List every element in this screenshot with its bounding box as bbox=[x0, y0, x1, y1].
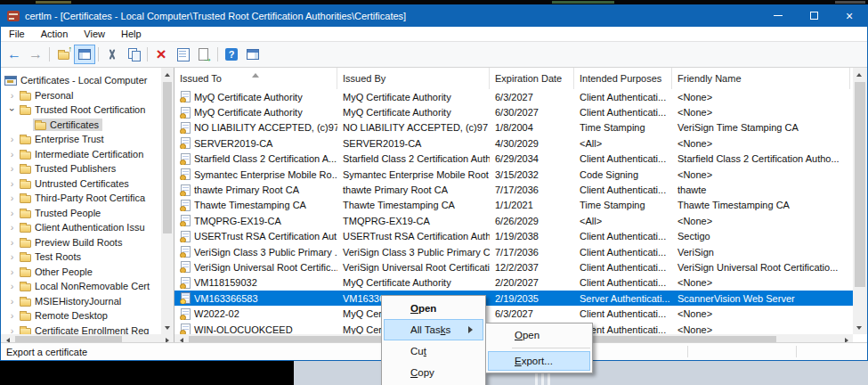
forward-icon bbox=[28, 47, 44, 61]
tree-item-personal[interactable]: ›Personal bbox=[1, 88, 161, 103]
chevron-collapsed-icon[interactable]: › bbox=[6, 267, 18, 276]
tree-item-certificate-enrollment-req[interactable]: ›Certificate Enrollment Req bbox=[1, 324, 161, 335]
table-row[interactable]: MyQ Certificate AuthorityMyQ Certificate… bbox=[174, 89, 853, 104]
export-list-button[interactable] bbox=[193, 45, 215, 64]
delete-button[interactable] bbox=[150, 45, 172, 64]
column-header-friendly-name[interactable]: Friendly Name bbox=[672, 68, 850, 89]
menubar-item-file[interactable]: File bbox=[1, 27, 33, 41]
tree-item-trusted-publishers[interactable]: ›Trusted Publishers bbox=[1, 161, 161, 176]
table-row[interactable]: MyQ Certificate AuthorityMyQ Certificate… bbox=[174, 104, 853, 119]
forward-button[interactable] bbox=[25, 45, 46, 64]
cell-text: 3/15/2032 bbox=[495, 169, 539, 180]
column-header-issued-to[interactable]: Issued To bbox=[174, 68, 337, 89]
tree-item-client-authentication-issu[interactable]: ›Client Authentication Issu bbox=[1, 220, 161, 235]
chevron-collapsed-icon[interactable]: › bbox=[6, 282, 18, 291]
certificate-icon bbox=[181, 292, 191, 304]
chevron-collapsed-icon[interactable]: › bbox=[6, 135, 18, 143]
tree-vertical-scrollbar[interactable] bbox=[161, 68, 174, 334]
chevron-expanded-icon[interactable]: › bbox=[8, 104, 17, 116]
certlm-app-icon bbox=[7, 11, 20, 21]
chevron-collapsed-icon[interactable]: › bbox=[6, 91, 18, 100]
chevron-collapsed-icon[interactable]: › bbox=[6, 179, 18, 188]
table-row[interactable]: USERTrust RSA Certification Aut...USERTr… bbox=[174, 229, 853, 244]
tree-item-third-party-root-certifica[interactable]: ›Third-Party Root Certifica bbox=[1, 191, 161, 206]
chevron-collapsed-icon[interactable]: › bbox=[6, 223, 18, 232]
tree-item-test-roots[interactable]: ›Test Roots bbox=[1, 250, 161, 265]
table-row[interactable]: SERVER2019-CASERVER2019-CA4/30/2029<All>… bbox=[174, 135, 853, 151]
maximize-button[interactable] bbox=[796, 4, 831, 27]
tree-item-certificates[interactable]: Certificates bbox=[1, 118, 161, 133]
scrollbar-thumb[interactable] bbox=[163, 82, 172, 233]
table-row[interactable]: NO LIABILITY ACCEPTED, (c)97 ...NO LIABI… bbox=[174, 120, 853, 135]
close-button[interactable]: × bbox=[831, 4, 867, 27]
minimize-button[interactable] bbox=[760, 4, 796, 27]
table-row[interactable]: Starfield Class 2 Certification A...Star… bbox=[174, 152, 853, 167]
table-row[interactable]: thawte Primary Root CAthawte Primary Roo… bbox=[174, 182, 853, 197]
scroll-up-arrow[interactable] bbox=[161, 68, 174, 80]
tree-item-label: Third-Party Root Certifica bbox=[35, 192, 145, 203]
chevron-collapsed-icon[interactable]: › bbox=[6, 150, 18, 159]
properties-button[interactable] bbox=[172, 45, 193, 64]
chevron-collapsed-icon[interactable]: › bbox=[6, 238, 18, 247]
chevron-collapsed-icon[interactable]: › bbox=[6, 193, 18, 202]
folder-icon bbox=[20, 283, 31, 291]
tree-item-preview-build-roots[interactable]: ›Preview Build Roots bbox=[1, 235, 161, 250]
menubar-item-view[interactable]: View bbox=[76, 27, 113, 41]
cell-text: Time Stamping bbox=[580, 200, 645, 210]
column-header-expiration-date[interactable]: Expiration Date bbox=[490, 68, 574, 89]
column-header-intended-purposes[interactable]: Intended Purposes bbox=[574, 68, 672, 89]
tree-item-msiehistoryjournal[interactable]: ›MSIEHistoryJournal bbox=[1, 294, 161, 309]
tree-item-enterprise-trust[interactable]: ›Enterprise Trust bbox=[1, 132, 161, 147]
table-row[interactable]: VeriSign Universal Root Certific...VeriS… bbox=[174, 259, 853, 274]
cut-button[interactable] bbox=[101, 45, 123, 64]
show-action-pane-button[interactable] bbox=[242, 45, 264, 64]
submenu-item-open[interactable]: Open bbox=[488, 325, 590, 345]
tree-item-other-people[interactable]: ›Other People bbox=[1, 265, 161, 280]
toolbar-separator bbox=[147, 47, 148, 61]
column-header-issued-by[interactable]: Issued By bbox=[337, 68, 490, 89]
titlebar[interactable]: certlm - [Certificates - Local Computer\… bbox=[1, 4, 867, 27]
tree-item-certificates-local-computer[interactable]: Certificates - Local Computer bbox=[1, 73, 161, 88]
tree-item-remote-desktop[interactable]: ›Remote Desktop bbox=[1, 308, 161, 324]
chevron-collapsed-icon[interactable]: › bbox=[6, 164, 18, 173]
scroll-down-arrow[interactable] bbox=[161, 322, 174, 334]
cell-expiration: 7/17/2036 bbox=[490, 184, 574, 195]
submenu-item-export[interactable]: Export... bbox=[488, 351, 590, 371]
context-menu-item-all-tasks[interactable]: All Tasks bbox=[384, 319, 483, 340]
back-button[interactable] bbox=[4, 45, 25, 64]
tree-item-trusted-people[interactable]: ›Trusted People bbox=[1, 206, 161, 221]
context-menu-item-copy[interactable]: Copy bbox=[384, 362, 483, 383]
tree-item-intermediate-certification[interactable]: ›Intermediate Certification bbox=[1, 147, 161, 162]
cell-issued_by: VeriSign Universal Root Certificati... bbox=[337, 262, 490, 273]
cell-text: 4/30/2029 bbox=[495, 138, 539, 149]
table-row[interactable]: Thawte Timestamping CAThawte Timestampin… bbox=[174, 198, 853, 213]
context-menu-item-open[interactable]: Open bbox=[384, 298, 483, 319]
table-row[interactable]: W2022-02MyQ Certificate Authority6/3/202… bbox=[174, 306, 853, 321]
cell-purposes: Client Authenticati... bbox=[574, 153, 672, 164]
up-one-level-button[interactable] bbox=[53, 45, 74, 64]
menubar-item-action[interactable]: Action bbox=[33, 27, 77, 41]
table-row[interactable]: TMQPRG-EX19-CATMQPRG-EX19-CA6/26/2029<Al… bbox=[174, 213, 853, 228]
menubar-item-help[interactable]: Help bbox=[113, 27, 150, 41]
context-menu-item-cut[interactable]: Cut bbox=[384, 340, 483, 362]
tree-item-local-nonremovable-cert[interactable]: ›Local NonRemovable Cert bbox=[1, 279, 161, 294]
table-row[interactable]: Symantec Enterprise Mobile Ro...Symantec… bbox=[174, 167, 853, 182]
tree-item-trusted-root-certification[interactable]: ›Trusted Root Certification bbox=[1, 102, 161, 118]
chevron-collapsed-icon[interactable]: › bbox=[6, 297, 18, 306]
help-button[interactable] bbox=[221, 45, 242, 64]
scroll-up-arrow[interactable] bbox=[853, 68, 865, 80]
chevron-collapsed-icon[interactable]: › bbox=[6, 252, 18, 261]
table-row[interactable]: VeriSign Class 3 Public Primary ...VeriS… bbox=[174, 244, 853, 259]
toolbar-separator bbox=[98, 47, 99, 61]
copy-button[interactable] bbox=[123, 45, 144, 64]
scroll-down-arrow[interactable] bbox=[853, 322, 865, 334]
show-console-tree-button[interactable] bbox=[74, 45, 95, 64]
tree-item-untrusted-certificates[interactable]: ›Untrusted Certificates bbox=[1, 176, 161, 192]
table-row[interactable]: VM163366583VM1633665832/19/2035Server Au… bbox=[174, 291, 853, 306]
scrollbar-thumb[interactable] bbox=[855, 82, 865, 287]
chevron-collapsed-icon[interactable]: › bbox=[6, 311, 18, 320]
chevron-collapsed-icon[interactable]: › bbox=[6, 326, 18, 334]
list-vertical-scrollbar[interactable] bbox=[853, 68, 867, 334]
chevron-collapsed-icon[interactable]: › bbox=[6, 209, 18, 217]
table-row[interactable]: VM118159032MyQ Certificate Authority2/20… bbox=[174, 275, 853, 291]
